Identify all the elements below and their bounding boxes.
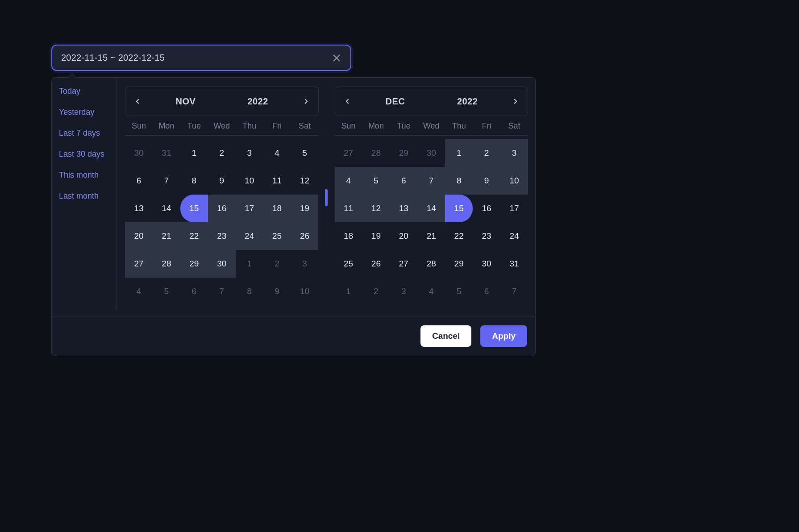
calendar-day[interactable]: 6 bbox=[125, 167, 153, 195]
calendar-day[interactable]: 28 bbox=[153, 250, 180, 278]
calendar-day[interactable]: 9 bbox=[208, 167, 236, 195]
calendar-day[interactable]: 5 bbox=[153, 278, 180, 305]
calendar-day[interactable]: 2 bbox=[473, 139, 500, 167]
calendar-day[interactable]: 25 bbox=[263, 222, 291, 250]
calendar-day[interactable]: 5 bbox=[362, 167, 390, 195]
month-label[interactable]: NOV bbox=[150, 96, 222, 107]
calendar-day[interactable]: 3 bbox=[500, 139, 528, 167]
date-range-input[interactable]: 2022-11-15 ~ 2022-12-15 bbox=[51, 45, 351, 71]
calendar-day[interactable]: 14 bbox=[153, 195, 180, 222]
calendar-day[interactable]: 30 bbox=[417, 139, 445, 167]
calendar-day[interactable]: 2 bbox=[263, 250, 291, 278]
calendar-day[interactable]: 16 bbox=[208, 195, 236, 222]
calendar-day[interactable]: 9 bbox=[263, 278, 291, 305]
calendar-day[interactable]: 4 bbox=[125, 278, 153, 305]
calendar-day[interactable]: 30 bbox=[208, 250, 236, 278]
prev-month-button[interactable] bbox=[335, 87, 359, 116]
month-label[interactable]: DEC bbox=[359, 96, 432, 107]
calendar-day[interactable]: 4 bbox=[417, 278, 445, 305]
calendar-day[interactable]: 5 bbox=[445, 278, 473, 305]
calendar-day[interactable]: 2 bbox=[362, 278, 390, 305]
calendar-day[interactable]: 20 bbox=[390, 222, 417, 250]
calendar-day[interactable]: 6 bbox=[473, 278, 500, 305]
calendar-day[interactable]: 27 bbox=[125, 250, 153, 278]
calendar-day[interactable]: 11 bbox=[335, 195, 362, 222]
calendar-day[interactable]: 4 bbox=[335, 167, 362, 195]
calendar-day[interactable]: 20 bbox=[125, 222, 153, 250]
calendar-day[interactable]: 19 bbox=[362, 222, 390, 250]
preset-item[interactable]: Today bbox=[59, 87, 117, 96]
calendar-day[interactable]: 27 bbox=[390, 250, 417, 278]
calendar-day[interactable]: 29 bbox=[390, 139, 417, 167]
calendar-day[interactable]: 8 bbox=[236, 278, 263, 305]
calendar-day[interactable]: 9 bbox=[473, 167, 500, 195]
calendar-day[interactable]: 6 bbox=[180, 278, 208, 305]
calendar-day[interactable]: 11 bbox=[263, 167, 291, 195]
calendar-day[interactable]: 23 bbox=[473, 222, 500, 250]
calendar-day[interactable]: 28 bbox=[417, 250, 445, 278]
calendar-day[interactable]: 3 bbox=[291, 250, 319, 278]
calendar-day[interactable]: 30 bbox=[125, 139, 153, 167]
calendar-day[interactable]: 23 bbox=[208, 222, 236, 250]
calendar-day[interactable]: 18 bbox=[263, 195, 291, 222]
calendar-day[interactable]: 7 bbox=[208, 278, 236, 305]
prev-month-button[interactable] bbox=[125, 87, 150, 116]
year-label[interactable]: 2022 bbox=[222, 96, 294, 107]
calendar-day[interactable]: 8 bbox=[445, 167, 473, 195]
next-month-button[interactable] bbox=[294, 87, 318, 116]
calendar-day[interactable]: 1 bbox=[335, 278, 362, 305]
calendar-day[interactable]: 17 bbox=[236, 195, 263, 222]
calendar-day[interactable]: 30 bbox=[473, 250, 500, 278]
calendar-day[interactable]: 13 bbox=[125, 195, 153, 222]
calendar-day[interactable]: 24 bbox=[500, 222, 528, 250]
calendar-day[interactable]: 7 bbox=[417, 167, 445, 195]
calendar-day[interactable]: 29 bbox=[445, 250, 473, 278]
calendar-day[interactable]: 12 bbox=[362, 195, 390, 222]
preset-item[interactable]: Last month bbox=[59, 191, 117, 201]
preset-item[interactable]: Yesterday bbox=[59, 108, 117, 117]
calendar-day[interactable]: 13 bbox=[390, 195, 417, 222]
calendar-day[interactable]: 8 bbox=[180, 167, 208, 195]
year-label[interactable]: 2022 bbox=[431, 96, 504, 107]
calendar-day[interactable]: 15 bbox=[180, 195, 208, 222]
calendar-day[interactable]: 22 bbox=[180, 222, 208, 250]
calendar-day[interactable]: 27 bbox=[335, 139, 362, 167]
calendar-day[interactable]: 6 bbox=[390, 167, 417, 195]
calendar-day[interactable]: 31 bbox=[153, 139, 180, 167]
calendar-day[interactable]: 2 bbox=[208, 139, 236, 167]
calendar-day[interactable]: 21 bbox=[153, 222, 180, 250]
calendar-day[interactable]: 16 bbox=[473, 195, 500, 222]
calendar-day[interactable]: 19 bbox=[291, 195, 319, 222]
calendar-day[interactable]: 3 bbox=[236, 139, 263, 167]
calendar-day[interactable]: 3 bbox=[390, 278, 417, 305]
calendar-day[interactable]: 26 bbox=[291, 222, 319, 250]
calendar-day[interactable]: 15 bbox=[445, 195, 473, 222]
calendar-day[interactable]: 28 bbox=[362, 139, 390, 167]
preset-item[interactable]: Last 30 days bbox=[59, 150, 117, 159]
calendar-day[interactable]: 17 bbox=[500, 195, 528, 222]
apply-button[interactable]: Apply bbox=[480, 325, 527, 347]
calendar-day[interactable]: 31 bbox=[500, 250, 528, 278]
clear-icon[interactable] bbox=[332, 53, 341, 63]
calendar-day[interactable]: 12 bbox=[291, 167, 319, 195]
calendar-day[interactable]: 4 bbox=[263, 139, 291, 167]
preset-item[interactable]: Last 7 days bbox=[59, 129, 117, 138]
calendar-day[interactable]: 14 bbox=[417, 195, 445, 222]
calendar-day[interactable]: 25 bbox=[335, 250, 362, 278]
cancel-button[interactable]: Cancel bbox=[420, 325, 471, 347]
calendar-day[interactable]: 10 bbox=[500, 167, 528, 195]
calendar-day[interactable]: 21 bbox=[417, 222, 445, 250]
calendar-day[interactable]: 1 bbox=[236, 250, 263, 278]
next-month-button[interactable] bbox=[504, 87, 528, 116]
calendar-day[interactable]: 7 bbox=[500, 278, 528, 305]
calendar-day[interactable]: 24 bbox=[236, 222, 263, 250]
calendar-day[interactable]: 10 bbox=[291, 278, 319, 305]
calendar-day[interactable]: 1 bbox=[445, 139, 473, 167]
calendar-day[interactable]: 10 bbox=[236, 167, 263, 195]
calendar-day[interactable]: 5 bbox=[291, 139, 319, 167]
calendar-day[interactable]: 22 bbox=[445, 222, 473, 250]
preset-item[interactable]: This month bbox=[59, 170, 117, 180]
calendar-day[interactable]: 26 bbox=[362, 250, 390, 278]
calendar-day[interactable]: 18 bbox=[335, 222, 362, 250]
calendar-day[interactable]: 1 bbox=[180, 139, 208, 167]
